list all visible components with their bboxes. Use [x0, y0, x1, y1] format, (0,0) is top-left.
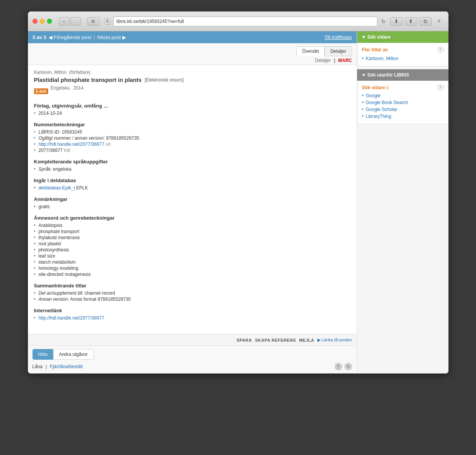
librarything-link[interactable]: LibraryThing: [362, 113, 444, 120]
download-button[interactable]: ⬇: [390, 17, 403, 26]
bottom-tabs: Hitta Andra utgåvor: [28, 346, 357, 360]
section-anmarkningar: Anmärkningar gratis: [34, 196, 351, 210]
record-language: Engelska: [50, 85, 69, 91]
fjarrlan-link[interactable]: Fjärrlåna/beställ: [50, 364, 82, 369]
forlag-date: 2014-10-24: [34, 110, 351, 116]
sidebar-sok-vidare-title: ▼ Sök vidare: [362, 34, 391, 40]
ogiltigt-nummer: Ogiltigt nummer / annan version: 9789185…: [34, 135, 351, 141]
ebook-badge: E-bok: [34, 88, 49, 94]
titlebar: ‹ › ⊞ ℹ libris.kb.se/bib/19583245?vw=ful…: [28, 11, 448, 31]
address-bar-wrap: ℹ libris.kb.se/bib/19583245?vw=full ↻: [104, 16, 387, 26]
sidebar-gap: [357, 66, 448, 69]
sidebar-fler-titlar: Fler titlar av ?: [362, 47, 444, 53]
sok-utanfor-title: Sök vidare i: ?: [362, 85, 444, 91]
section-forlag-label: Förlag, utgivningsår, omfång …: [34, 103, 351, 109]
handle-uri: http://hdl.handle.net/2077/36677 uri: [34, 141, 351, 147]
section-sprak: Kompletterande språkuppgifter Språk: eng…: [34, 159, 351, 172]
sprak-item: Språk: engelska: [34, 166, 351, 172]
spara-button[interactable]: SPARA: [237, 338, 252, 342]
sammanhorande-item-1: Del av/supplement till: channel record: [34, 290, 351, 296]
section-sammanhorande-label: Sammanhörande titlar: [34, 283, 351, 289]
author-search-link[interactable]: Karlsson, Milton: [362, 55, 444, 62]
tab-andra-utgavor[interactable]: Andra utgåvor: [53, 349, 93, 360]
list-item: phosphate transport: [34, 228, 351, 235]
record-body: Karlsson, Milton (författare) Plastidial…: [28, 65, 357, 334]
electronic-tag: [Elektronisk resurs]: [145, 77, 184, 83]
section-deldatabas-label: Ingår i deldatabas: [34, 178, 351, 183]
sidebar-sok-vidare-header[interactable]: ▼ Sök vidare: [357, 31, 448, 43]
address-bar[interactable]: libris.kb.se/bib/19583245?vw=full: [113, 16, 377, 26]
section-internatlank: Internetlänk http://hdl.handle.net/2077/…: [34, 308, 351, 321]
google-scholar-link[interactable]: Google Scholar: [362, 106, 444, 113]
loan-pipe: |: [45, 364, 47, 369]
sidebar: ▼ Sök vidare Fler titlar av ? Karlsson, …: [357, 31, 448, 373]
fler-titlar-label: Fler titlar av: [362, 47, 388, 52]
sidebar-sok-vidare-body: Fler titlar av ? Karlsson, Milton: [357, 43, 448, 66]
google-link[interactable]: Google: [362, 92, 444, 99]
tabs-area: Översikt Detaljer: [28, 43, 357, 56]
lanka-link[interactable]: ▶ Länka till posten: [317, 338, 352, 342]
close-button[interactable]: [32, 19, 37, 24]
section-nummer-label: Nummerbeteckningar: [34, 122, 351, 127]
loan-label: Låna: [32, 364, 43, 369]
author-line: Karlsson, Milton (författare): [34, 70, 351, 75]
edit-icon[interactable]: ✎: [344, 363, 352, 370]
detail-links: Detaljer | MARC: [28, 56, 357, 65]
sidebar-sok-utanfor-header[interactable]: ▼ Sök utanför LIBRIS: [357, 69, 448, 81]
list-item: thylakoid membrane: [34, 235, 351, 241]
list-item: leaf size: [34, 253, 351, 259]
detaljer-link[interactable]: Detaljer: [315, 58, 331, 63]
sidebar-sok-utanfor-title: ▼ Sök utanför LIBRIS: [362, 72, 409, 78]
skapa-referens-button[interactable]: SKAPA REFERENS: [255, 338, 296, 342]
libris-id: LIBRIS-ID: 19583245: [34, 129, 351, 135]
next-post-link[interactable]: Nästa post ▶: [97, 34, 126, 40]
sidebar-help-icon[interactable]: ?: [437, 47, 444, 53]
mejla-button[interactable]: MEJLA: [299, 338, 314, 342]
section-anmarkningar-label: Anmärkningar: [34, 196, 351, 202]
tab-overview[interactable]: Översikt: [296, 46, 325, 56]
section-sammanhorande: Sammanhörande titlar Del av/supplement t…: [34, 283, 351, 302]
action-bar: SPARA SKAPA REFERENS MEJLA ▶ Länka till …: [28, 334, 357, 346]
sidebar-sok-utanfor-body: Sök vidare i: ? Google Google Book Searc…: [357, 81, 448, 124]
search-outside-links: Google Google Book Search Google Scholar…: [362, 92, 444, 120]
nav-bar: 3 av 3 ◀ Föregående post | Nästa post ▶ …: [28, 31, 357, 43]
sidebar-sok-utanfor: ▼ Sök utanför LIBRIS Sök vidare i: ? Goo…: [357, 69, 448, 124]
result-count: 3 av 3: [32, 34, 46, 40]
add-tab-button[interactable]: +: [435, 17, 444, 26]
loan-bar: Låna | Fjärrlåna/beställ ? ✎: [28, 360, 357, 373]
maximize-button[interactable]: [47, 19, 52, 24]
internatlank-link[interactable]: http://hdl.handle.net/2077/36677: [39, 315, 104, 321]
new-tab-button[interactable]: ⧉: [419, 17, 432, 26]
deldatabas-link[interactable]: deldatabas:Eplk_t: [39, 185, 75, 191]
sidebar-sok-vidare: ▼ Sök vidare Fler titlar av ? Karlsson, …: [357, 31, 448, 66]
handle-link[interactable]: http://hdl.handle.net/2077/36677: [39, 142, 104, 147]
tab-hitta[interactable]: Hitta: [32, 349, 54, 360]
loan-icons: ? ✎: [335, 363, 352, 370]
sammanhorande-item-2: Annan version: Annat format 978918552973…: [34, 296, 351, 302]
sok-vidare-i-label: Sök vidare i:: [362, 85, 389, 90]
list-item: starch metabolism: [34, 259, 351, 265]
section-amnesord-label: Ämnesord och genrebeteckningar: [34, 215, 351, 221]
prev-post-link[interactable]: ◀ Föregående post: [49, 34, 91, 40]
tab-details[interactable]: Detaljer: [325, 46, 352, 56]
minimize-button[interactable]: [40, 19, 45, 24]
deldatabas-item: deldatabas:Eplk_t EPLK: [34, 185, 351, 191]
author-role: (författare): [69, 70, 91, 75]
sidebar-toggle-button[interactable]: ⊞: [87, 17, 99, 26]
page-content: 3 av 3 ◀ Föregående post | Nästa post ▶ …: [28, 31, 448, 373]
sidebar-utanfor-help-icon[interactable]: ?: [437, 85, 444, 91]
refresh-button[interactable]: ↻: [380, 18, 387, 25]
to-list-link[interactable]: Till träfflistan: [324, 34, 352, 40]
main-content: 3 av 3 ◀ Föregående post | Nästa post ▶ …: [28, 31, 357, 373]
back-button[interactable]: ‹: [59, 17, 70, 26]
info-button[interactable]: ℹ: [104, 18, 111, 25]
forward-button[interactable]: ›: [70, 17, 81, 26]
help-icon[interactable]: ?: [335, 363, 342, 370]
record-title-line: Plastidial phosphate transport in plants…: [34, 77, 351, 83]
google-book-search-link[interactable]: Google Book Search: [362, 99, 444, 106]
record-title: Plastidial phosphate transport in plants: [34, 77, 142, 83]
share-button[interactable]: ⬆: [405, 17, 417, 26]
list-item: Arabidopsis: [34, 222, 351, 228]
marc-link[interactable]: MARC: [338, 58, 352, 63]
section-sprak-label: Kompletterande språkuppgifter: [34, 159, 351, 165]
